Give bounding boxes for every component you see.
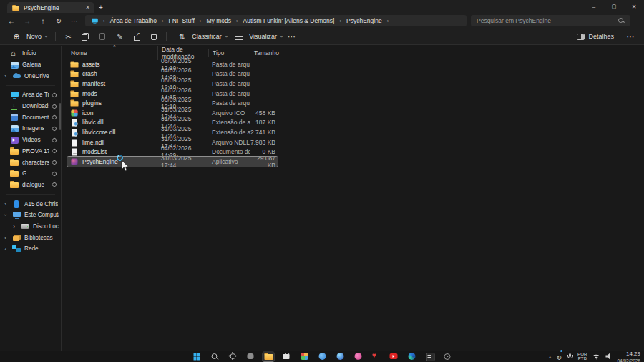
sidebar-item-dialogue[interactable]: dialogue [0,180,61,191]
breadcrumb-item-fnf-stuff[interactable]: FNF Stuff [168,17,195,24]
chevron-right-icon[interactable] [11,223,17,230]
language-indicator[interactable]: POR PTB [577,352,587,361]
sidebar-item-imagens[interactable]: Imagens [0,123,61,134]
language-bottom: PTB [578,356,587,361]
sidebar-item-onedrive[interactable]: OneDrive [0,70,61,82]
file-explorer-icon[interactable] [263,351,275,361]
tray-time: 14:29 [626,351,640,357]
explorer-tab[interactable]: PsychEngine [7,2,94,13]
tray-chevron-up-icon[interactable] [549,350,552,362]
file-type-cell: Extensão de aplic... [208,129,250,136]
sidebar-item-characters[interactable]: characters [0,157,61,168]
start-button[interactable] [191,351,203,361]
toolbar-more-button[interactable] [285,31,298,42]
file-rows: assets06/09/2025 12:10Pasta de arquivosc… [62,59,644,167]
copy-button[interactable] [79,31,92,42]
sidebar-item-este-computador[interactable]: Este Computador [0,210,61,221]
file-type-cell: Pasta de arquivos [208,90,250,97]
volume-icon[interactable] [605,353,612,360]
breadcrumb-item-my-mods[interactable]: My mods [205,17,231,24]
sync-tray-icon[interactable] [556,350,562,362]
search-input[interactable]: Pesquisar em PsychEngine [471,15,630,26]
sidebar-item-disco-local-c[interactable]: Disco Local (C:) [0,221,61,233]
paste-button[interactable] [96,31,109,42]
tab-close-icon[interactable] [85,5,90,11]
chevron-right-icon[interactable] [2,245,9,252]
location-icon [91,17,98,24]
column-header-nome[interactable]: Nome [67,49,157,57]
toolbar-overflow-button[interactable] [624,31,637,42]
new-tab-button[interactable] [94,2,107,13]
file-row-psychengine[interactable]: PsychEngine31/03/2025 17:44Aplicativo29.… [67,157,278,167]
new-button[interactable]: Novo [7,29,49,44]
file-name: libvlccore.dll [82,129,115,136]
delete-button[interactable] [147,31,160,42]
sidebar-item-bibliotecas[interactable]: Bibliotecas [0,232,61,243]
breadcrumb-item-psychengine[interactable]: PsychEngine [346,17,383,24]
sidebar-item-galeria[interactable]: Galeria [0,59,61,71]
search-icon[interactable] [209,351,221,361]
sidebar-item-area-de-trabalho[interactable]: Área de Trabalho [0,89,61,101]
chevron-right-icon [195,18,206,24]
breadcrumb-item-area-de-trabalho[interactable]: Área de Trabalho [109,17,157,24]
edge-icon[interactable] [406,351,418,361]
address-bar[interactable]: Área de TrabalhoFNF StuffMy modsAutism F… [85,15,467,26]
sidebar-item-downloads[interactable]: Downloads [0,101,61,112]
view-button[interactable]: Visualizar [230,29,285,44]
heart-app-icon[interactable] [370,351,382,361]
nav-more-button[interactable]: ⋯ [67,14,82,27]
browser-globe-icon[interactable] [316,351,328,361]
pin-icon [52,114,57,120]
sidebar-item-rede[interactable]: Rede [0,243,61,255]
share-button[interactable] [130,31,143,42]
microphone-tray-icon[interactable] [567,353,572,360]
minimize-button[interactable] [584,0,604,13]
back-button[interactable]: ← [4,14,19,27]
column-header-tipo[interactable]: Tipo [208,49,250,57]
blue-sphere-app-icon[interactable] [334,351,346,361]
close-button[interactable] [624,0,644,13]
up-button[interactable]: ↑ [35,14,51,27]
breadcrumb-item-autism-funkin-aliens-demons[interactable]: Autism Funkin' [Aliens & Demons] [243,17,336,24]
details-pane-button[interactable]: Detalhes [574,31,617,41]
cut-button[interactable] [62,31,74,42]
column-header-tamanho[interactable]: Tamanho [250,49,278,57]
system-tray: POR PTB 14:29 04/02/2026 [549,351,640,362]
pictures-icon [10,124,19,133]
wifi-icon[interactable] [592,353,600,360]
computer-icon [12,211,21,220]
view-button-label: Visualizar [249,33,277,40]
rename-button[interactable] [113,31,126,42]
clock[interactable]: 14:29 04/02/2026 [617,349,640,362]
wheel-app-icon[interactable] [441,351,454,361]
sort-button[interactable]: Classificar [172,29,230,44]
photos-app-icon[interactable] [298,351,311,361]
dark-app-icon[interactable] [424,351,436,361]
sidebar-item-g[interactable]: G [0,168,61,180]
sidebar-item-a15-de-chris[interactable]: A15 de Chris [0,198,61,210]
file-name: assets [82,61,100,68]
sidebar-item-inicio[interactable]: Início [0,48,61,59]
chevron-right-icon[interactable] [2,201,9,207]
pink-app-icon[interactable] [352,351,364,361]
maximize-button[interactable] [604,0,624,13]
youtube-icon[interactable] [388,351,400,361]
search-placeholder: Pesquisar em PsychEngine [477,17,551,24]
settings-icon[interactable] [227,351,239,361]
folder-icon [70,60,78,68]
sidebar-item-documentos[interactable]: Documentos [0,112,61,123]
search-icon-glyph [210,352,219,361]
chevron-right-icon [99,18,109,24]
refresh-button[interactable]: ↻ [51,14,67,27]
file-name: lime.ndll [82,139,104,146]
store-icon[interactable] [280,351,293,361]
sidebar-item-prova-1712tri[interactable]: PROVA 1712TRI [0,146,61,157]
forward-button[interactable]: → [19,14,35,27]
folder-icon [12,4,19,11]
camera-app-icon[interactable] [245,351,257,361]
chevron-right-icon[interactable] [2,235,9,241]
sidebar-scrollbar[interactable] [59,103,61,130]
sidebar-item-videos[interactable]: Vídeos [0,134,61,146]
chevron-down-icon[interactable] [2,212,9,218]
chevron-right-icon[interactable] [2,73,9,79]
